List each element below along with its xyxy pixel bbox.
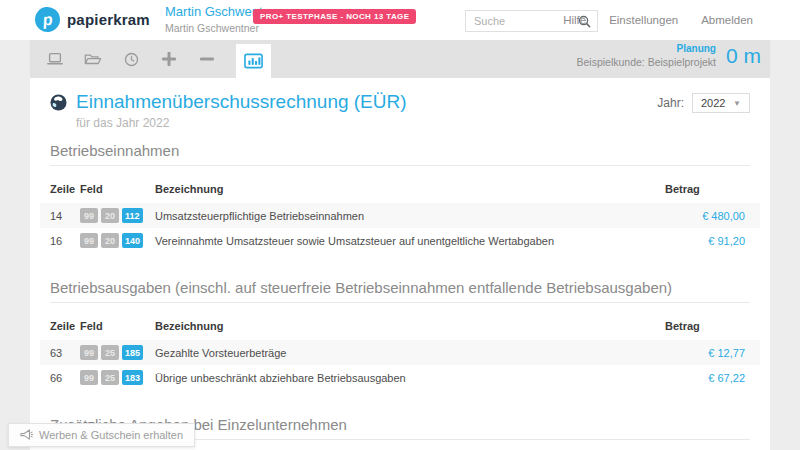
feld-badge: 183 bbox=[122, 370, 143, 385]
column-header-bezeichnung: Bezeichnung bbox=[155, 313, 665, 340]
plus-icon[interactable] bbox=[150, 40, 188, 78]
column-header-zeile: Zeile bbox=[40, 313, 80, 340]
top-header: p papierkram Martin Gschwentner Martin G… bbox=[0, 0, 800, 40]
nav-einstellungen[interactable]: Einstellungen bbox=[609, 14, 678, 26]
table-row[interactable]: 149920112Umsatzsteuerpflichtige Betriebs… bbox=[40, 203, 760, 228]
time-tracker: Planung Beispielkunde: Beispielprojekt 0… bbox=[576, 43, 761, 69]
nav-abmelden[interactable]: Abmelden bbox=[701, 14, 753, 26]
table-header-row: Zeile Feld Bezeichnung Betrag bbox=[40, 176, 760, 203]
header-nav: HilfeEinstellungenAbmelden bbox=[563, 0, 753, 40]
cell-betrag[interactable]: € 67,22 bbox=[665, 365, 760, 390]
toolbar-icons bbox=[30, 40, 226, 78]
year-select[interactable]: 2022 ▼ bbox=[692, 93, 750, 113]
eur-table: Zeile Feld Bezeichnung Betrag 639925185G… bbox=[40, 313, 760, 390]
cell-feld: 9920112 bbox=[80, 203, 155, 228]
cell-betrag[interactable]: € 12,77 bbox=[665, 340, 760, 365]
feld-badge: 20 bbox=[101, 208, 119, 223]
cell-bezeichnung: Vereinnahmte Umsatzsteuer sowie Umsatzst… bbox=[155, 228, 665, 253]
feld-badge: 25 bbox=[101, 345, 119, 360]
cell-feld: 9925185 bbox=[80, 340, 155, 365]
papierkram-logo-icon: p bbox=[33, 5, 61, 33]
year-select-value: 2022 bbox=[701, 97, 725, 109]
toolbar: Planung Beispielkunde: Beispielprojekt 0… bbox=[30, 40, 770, 78]
feld-badge: 112 bbox=[122, 208, 143, 223]
nav-hilfe[interactable]: Hilfe bbox=[563, 14, 586, 26]
feld-badge: 140 bbox=[122, 233, 143, 248]
cell-zeile: 14 bbox=[40, 203, 80, 228]
cell-bezeichnung: Übrige unbeschränkt abziehbare Betriebsa… bbox=[155, 365, 665, 390]
promo-button-label: Werben & Gutschein erhalten bbox=[39, 429, 183, 441]
title-row: Einnahmenüberschussrechnung (EÜR) für da… bbox=[30, 78, 770, 130]
monitor-icon[interactable] bbox=[36, 40, 74, 78]
report-section: Betriebsausgaben (einschl. auf steuerfre… bbox=[30, 279, 770, 390]
app-root: p papierkram Martin Gschwentner Martin G… bbox=[0, 0, 800, 450]
table-row[interactable]: 639925185Gezahlte Vorsteuerbeträge€ 12,7… bbox=[40, 340, 760, 365]
folder-open-icon[interactable] bbox=[74, 40, 112, 78]
cell-betrag[interactable]: € 91,20 bbox=[665, 228, 760, 253]
clock-icon[interactable] bbox=[112, 40, 150, 78]
cell-bezeichnung: Gezahlte Vorsteuerbeträge bbox=[155, 340, 665, 365]
section-heading: Betriebseinnahmen bbox=[50, 142, 750, 166]
table-row[interactable]: 169920140Vereinnahmte Umsatzsteuer sowie… bbox=[40, 228, 760, 253]
feld-badge: 99 bbox=[80, 345, 98, 360]
section-heading: Betriebsausgaben (einschl. auf steuerfre… bbox=[50, 279, 750, 303]
tab-reports-active[interactable] bbox=[236, 44, 271, 78]
year-label: Jahr: bbox=[657, 96, 684, 110]
globe-icon bbox=[50, 94, 67, 111]
table-row[interactable]: 669925183Übrige unbeschränkt abziehbare … bbox=[40, 365, 760, 390]
planung-label[interactable]: Planung bbox=[576, 43, 716, 56]
bar-chart-icon bbox=[244, 53, 263, 69]
cell-zeile: 66 bbox=[40, 365, 80, 390]
eur-table: Zeile Feld Bezeichnung Betrag 149920112U… bbox=[40, 176, 760, 253]
sections-container: Betriebseinnahmen Zeile Feld Bezeichnung… bbox=[30, 142, 770, 440]
content-card: Einnahmenüberschussrechnung (EÜR) für da… bbox=[30, 78, 770, 450]
page-title: Einnahmenüberschussrechnung (EÜR) bbox=[76, 91, 407, 113]
year-control: Jahr: 2022 ▼ bbox=[657, 93, 750, 113]
cell-feld: 9920140 bbox=[80, 228, 155, 253]
trial-badge[interactable]: PRO+ TESTPHASE - NOCH 13 TAGE bbox=[253, 9, 416, 24]
promo-button[interactable]: Werben & Gutschein erhalten bbox=[8, 423, 195, 447]
papierkram-logo[interactable]: p papierkram bbox=[35, 7, 150, 32]
feld-badge: 20 bbox=[101, 233, 119, 248]
logo-text: papierkram bbox=[67, 11, 150, 28]
cell-zeile: 63 bbox=[40, 340, 80, 365]
report-section: Betriebseinnahmen Zeile Feld Bezeichnung… bbox=[30, 142, 770, 253]
table-header-row: Zeile Feld Bezeichnung Betrag bbox=[40, 313, 760, 340]
timer-value[interactable]: 0 m bbox=[726, 44, 761, 68]
cell-zeile: 16 bbox=[40, 228, 80, 253]
column-header-bezeichnung: Bezeichnung bbox=[155, 176, 665, 203]
column-header-betrag: Betrag bbox=[665, 176, 760, 203]
megaphone-icon bbox=[20, 429, 33, 441]
column-header-feld: Feld bbox=[80, 313, 155, 340]
cell-bezeichnung: Umsatzsteuerpflichtige Betriebseinnahmen bbox=[155, 203, 665, 228]
feld-badge: 99 bbox=[80, 233, 98, 248]
feld-badge: 99 bbox=[80, 370, 98, 385]
cell-feld: 9925183 bbox=[80, 365, 155, 390]
column-header-feld: Feld bbox=[80, 176, 155, 203]
minus-icon[interactable] bbox=[188, 40, 226, 78]
feld-badge: 99 bbox=[80, 208, 98, 223]
feld-badge: 25 bbox=[101, 370, 119, 385]
column-header-betrag: Betrag bbox=[665, 313, 760, 340]
search-input[interactable] bbox=[466, 15, 578, 27]
chevron-down-icon: ▼ bbox=[733, 99, 741, 108]
feld-badge: 185 bbox=[122, 345, 143, 360]
cell-betrag[interactable]: € 480,00 bbox=[665, 203, 760, 228]
project-label[interactable]: Beispielkunde: Beispielprojekt bbox=[576, 56, 716, 69]
column-header-zeile: Zeile bbox=[40, 176, 80, 203]
page-subtitle: für das Jahr 2022 bbox=[76, 116, 750, 130]
